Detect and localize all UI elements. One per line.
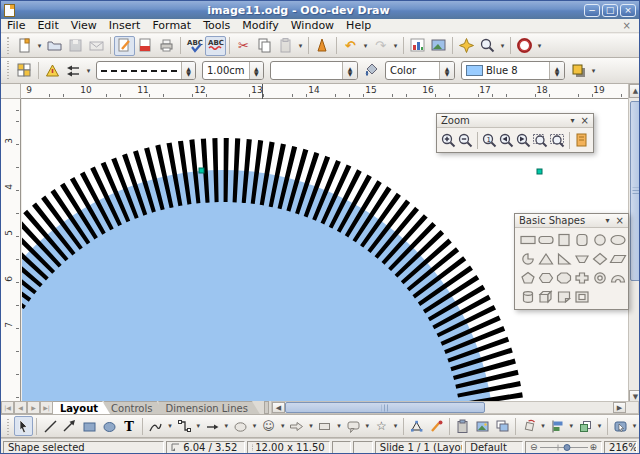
- toolbar-options-icon[interactable]: ▾: [630, 416, 638, 436]
- frame-shape-icon[interactable]: [573, 288, 591, 305]
- tab-dimension-lines[interactable]: Dimension Lines: [158, 401, 259, 414]
- rectangle-tool-icon[interactable]: [80, 416, 100, 436]
- toolbar-options-icon[interactable]: ▾: [535, 36, 544, 56]
- symbol-shapes-dropdown-icon[interactable]: ▾: [278, 416, 286, 436]
- zoom-out-icon[interactable]: [457, 130, 474, 150]
- page-style[interactable]: Default: [465, 441, 523, 454]
- arrow-style-dropdown-icon[interactable]: ▾: [84, 61, 93, 81]
- lines-and-arrows-tool-icon[interactable]: [202, 416, 222, 436]
- circle-pie-shape-icon[interactable]: [519, 250, 537, 267]
- menu-window[interactable]: Window: [285, 19, 340, 33]
- optimal-view-icon[interactable]: [573, 130, 590, 150]
- arrange-tool-icon[interactable]: [576, 416, 596, 436]
- curve-tool-icon[interactable]: [146, 416, 166, 436]
- tab-splitter[interactable]: [264, 401, 269, 414]
- menu-tools[interactable]: Tools: [197, 19, 236, 33]
- menu-file[interactable]: File: [1, 19, 31, 33]
- zoom-percent[interactable]: 216%: [604, 441, 637, 454]
- line-style-select[interactable]: ▲▼: [96, 61, 196, 80]
- fill-color-select[interactable]: Blue 8 ▲▼: [461, 61, 565, 80]
- undo-dropdown-icon[interactable]: ▾: [361, 36, 370, 56]
- entire-page-icon[interactable]: [532, 130, 549, 150]
- fill-color-value[interactable]: Blue 8: [486, 65, 518, 76]
- panel-menu-icon[interactable]: ▾: [606, 216, 610, 225]
- cross-shape-icon[interactable]: [573, 269, 591, 286]
- last-page-icon[interactable]: ▶|: [40, 401, 53, 414]
- connector-dropdown-icon[interactable]: ▾: [194, 416, 202, 436]
- rounded-square-shape-icon[interactable]: [573, 231, 591, 248]
- vertical-scrollbar-thumb[interactable]: [630, 101, 640, 281]
- line-color-spinner[interactable]: ▲▼: [342, 62, 357, 79]
- parallelogram-shape-icon[interactable]: [609, 250, 627, 267]
- arrow-tool-icon[interactable]: [60, 416, 80, 436]
- title-bar[interactable]: image11.odg - OOo-dev Draw − □ ×: [1, 1, 639, 19]
- connector-tool-icon[interactable]: [174, 416, 194, 436]
- folded-corner-shape-icon[interactable]: [555, 288, 573, 305]
- line-width-field[interactable]: 1.00cm ▲▼: [202, 61, 264, 80]
- print-icon[interactable]: [156, 36, 177, 56]
- text-tool-icon[interactable]: T: [119, 416, 139, 436]
- export-pdf-icon[interactable]: [135, 36, 156, 56]
- fill-type-value[interactable]: Color: [386, 65, 439, 76]
- fill-type-select[interactable]: Color ▲▼: [385, 61, 455, 80]
- copy-icon[interactable]: [254, 36, 275, 56]
- octagon-shape-icon[interactable]: [555, 269, 573, 286]
- callouts-dropdown-icon[interactable]: ▾: [363, 416, 371, 436]
- ellipse-shape-icon[interactable]: [609, 231, 627, 248]
- line-style-spinner[interactable]: ▲▼: [181, 62, 195, 79]
- cube-shape-icon[interactable]: [537, 288, 555, 305]
- auto-spellcheck-icon[interactable]: ABC: [205, 36, 226, 56]
- redo-dropdown-icon[interactable]: ▾: [391, 36, 400, 56]
- new-document-dropdown-icon[interactable]: ▾: [35, 36, 44, 56]
- lines-and-arrows-dropdown-icon[interactable]: ▾: [222, 416, 230, 436]
- scroll-up-icon[interactable]: ▲: [629, 84, 640, 98]
- gallery-tool-icon[interactable]: [492, 416, 512, 436]
- curve-dropdown-icon[interactable]: ▾: [166, 416, 174, 436]
- scroll-right-icon[interactable]: ▶: [613, 402, 626, 413]
- menu-view[interactable]: View: [65, 19, 103, 33]
- next-page-icon[interactable]: ▶: [27, 401, 40, 414]
- zoom-previous-icon[interactable]: [498, 130, 515, 150]
- diamond-shape-icon[interactable]: [591, 250, 609, 267]
- ellipse-tool-icon[interactable]: [100, 416, 120, 436]
- styles-icon[interactable]: [14, 61, 35, 81]
- edit-file-icon[interactable]: [114, 36, 135, 56]
- zoom-icon[interactable]: [477, 36, 498, 56]
- area-icon[interactable]: [361, 61, 382, 81]
- flowcharts-dropdown-icon[interactable]: ▾: [335, 416, 343, 436]
- regular-pentagon-shape-icon[interactable]: [519, 269, 537, 286]
- arrow-style-icon[interactable]: [63, 61, 84, 81]
- line-tool-icon[interactable]: [40, 416, 60, 436]
- ring-shape-icon[interactable]: [591, 269, 609, 286]
- previous-page-icon[interactable]: ◀: [14, 401, 27, 414]
- fill-color-spinner[interactable]: ▲▼: [549, 62, 564, 79]
- toolbar-grip[interactable]: [5, 36, 12, 54]
- help-icon[interactable]: [514, 36, 535, 56]
- maximize-button[interactable]: □: [602, 4, 618, 17]
- alignment-tool-icon[interactable]: [547, 416, 567, 436]
- new-document-icon[interactable]: [14, 36, 35, 56]
- flowcharts-tool-icon[interactable]: [315, 416, 335, 436]
- redo-icon[interactable]: ↷: [370, 36, 391, 56]
- line-width-spinner[interactable]: ▲▼: [249, 62, 263, 79]
- navigator-icon[interactable]: [456, 36, 477, 56]
- line-icon[interactable]: [42, 61, 63, 81]
- basic-shapes-titlebar[interactable]: Basic Shapes ▾×: [515, 214, 628, 228]
- close-document-icon[interactable]: ×: [615, 20, 639, 31]
- block-arc-shape-icon[interactable]: [609, 269, 627, 286]
- from-file-tool-icon[interactable]: [473, 416, 493, 436]
- cylinder-shape-icon[interactable]: [519, 288, 537, 305]
- menu-format[interactable]: Format: [146, 19, 197, 33]
- minimize-button[interactable]: −: [584, 4, 600, 17]
- square-shape-icon[interactable]: [555, 231, 573, 248]
- gallery-icon[interactable]: [428, 36, 449, 56]
- toolbar-options-icon[interactable]: ▾: [589, 61, 598, 81]
- menu-edit[interactable]: Edit: [31, 19, 64, 33]
- callouts-tool-icon[interactable]: [343, 416, 363, 436]
- circle-shape-icon[interactable]: [591, 231, 609, 248]
- block-arrows-tool-icon[interactable]: [287, 416, 307, 436]
- symbol-shapes-tool-icon[interactable]: ☺: [259, 416, 279, 436]
- menu-help[interactable]: Help: [340, 19, 377, 33]
- line-width-value[interactable]: 1.00cm: [203, 65, 249, 76]
- page-width-icon[interactable]: [549, 130, 566, 150]
